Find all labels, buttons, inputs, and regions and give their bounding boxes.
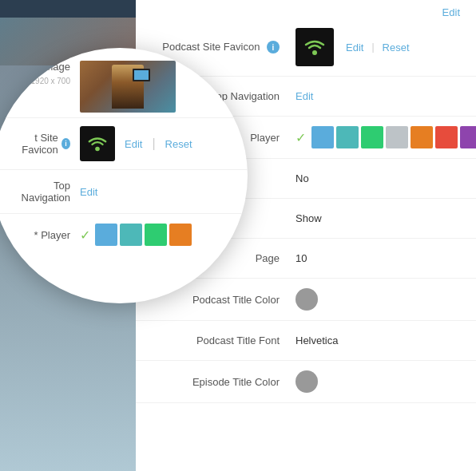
top-edit-row: Edit xyxy=(136,0,476,18)
podcast-title-color-picker[interactable] xyxy=(296,288,318,311)
mag-wifi-svg xyxy=(87,133,108,154)
mag-favicon-label: t Site Favicon i xyxy=(8,132,80,156)
check-icon: ✓ xyxy=(296,130,306,145)
mag-reset-link[interactable]: Reset xyxy=(165,138,192,150)
swatch-purple[interactable] xyxy=(460,126,476,148)
mag-edit-link[interactable]: Edit xyxy=(125,138,142,150)
favicon-reset-link[interactable]: Reset xyxy=(383,42,410,53)
magnifier-overlay: er Image ize : 1920 x 700 t Site Favicon xyxy=(0,48,248,303)
episode-title-color-row: Episode Title Color xyxy=(136,361,476,403)
mag-swatch-teal[interactable] xyxy=(120,224,142,246)
mag-info-icon[interactable]: i xyxy=(61,138,70,149)
show-value: Show xyxy=(296,212,460,224)
mag-check-icon: ✓ xyxy=(80,228,90,243)
phone-screen xyxy=(134,70,149,80)
podcast-title-font-value: Helvetica xyxy=(296,334,460,346)
swatch-blue[interactable] xyxy=(311,126,334,148)
svg-point-0 xyxy=(312,50,317,55)
favicon-actions: Edit | Reset xyxy=(346,42,410,53)
favicon-controls: Edit | Reset xyxy=(296,28,410,66)
top-edit-link[interactable]: Edit xyxy=(442,6,460,18)
top-nav-edit-link[interactable]: Edit xyxy=(296,90,313,102)
mag-header-label: er Image ize : 1920 x 700 xyxy=(8,61,80,88)
mag-topnav-label: Top Navigation xyxy=(8,180,80,204)
swatch-green[interactable] xyxy=(361,126,383,148)
swatch-red[interactable] xyxy=(435,126,458,148)
info-icon[interactable]: i xyxy=(267,41,280,53)
player-swatches: ✓ xyxy=(296,126,476,148)
svg-point-1 xyxy=(95,147,100,152)
swatch-orange[interactable] xyxy=(411,126,433,148)
favicon-edit-link[interactable]: Edit xyxy=(346,42,363,53)
mag-header-thumb xyxy=(80,61,176,113)
phone-figure xyxy=(133,69,150,81)
wifi-svg xyxy=(303,36,326,58)
episode-title-color-label: Episode Title Color xyxy=(152,376,296,388)
no-value: No xyxy=(296,172,460,184)
mag-swatch-blue[interactable] xyxy=(95,224,117,246)
episode-title-color-picker[interactable] xyxy=(296,370,318,393)
mag-topnav-row: Top Navigation Edit xyxy=(0,170,248,214)
mag-header-row: er Image ize : 1920 x 700 xyxy=(0,48,248,118)
mag-swatch-orange[interactable] xyxy=(169,224,192,246)
podcast-title-font-row: Podcast Title Font Helvetica xyxy=(136,321,476,361)
mag-swatch-green[interactable] xyxy=(145,224,167,246)
mag-player-row: * Player ✓ xyxy=(0,214,248,255)
favicon-image xyxy=(296,28,334,66)
mag-header-size: ize : 1920 x 700 xyxy=(14,77,70,85)
mag-favicon-img xyxy=(80,126,115,161)
swatch-teal[interactable] xyxy=(336,126,359,148)
mag-favicon-row: t Site Favicon i Edit | Reset xyxy=(0,118,248,170)
page-value: 10 xyxy=(296,252,460,264)
mag-player-swatches: ✓ xyxy=(80,224,192,246)
mag-player-label: * Player xyxy=(8,229,80,241)
mag-favicon-controls: Edit | Reset xyxy=(80,126,192,161)
person-figure xyxy=(112,65,144,109)
podcast-title-font-label: Podcast Title Font xyxy=(152,334,296,346)
mag-topnav-edit-link[interactable]: Edit xyxy=(80,186,97,198)
mag-header-thumb-container xyxy=(80,61,176,113)
magnifier-content: er Image ize : 1920 x 700 t Site Favicon xyxy=(0,48,248,303)
swatch-gray[interactable] xyxy=(386,126,408,148)
